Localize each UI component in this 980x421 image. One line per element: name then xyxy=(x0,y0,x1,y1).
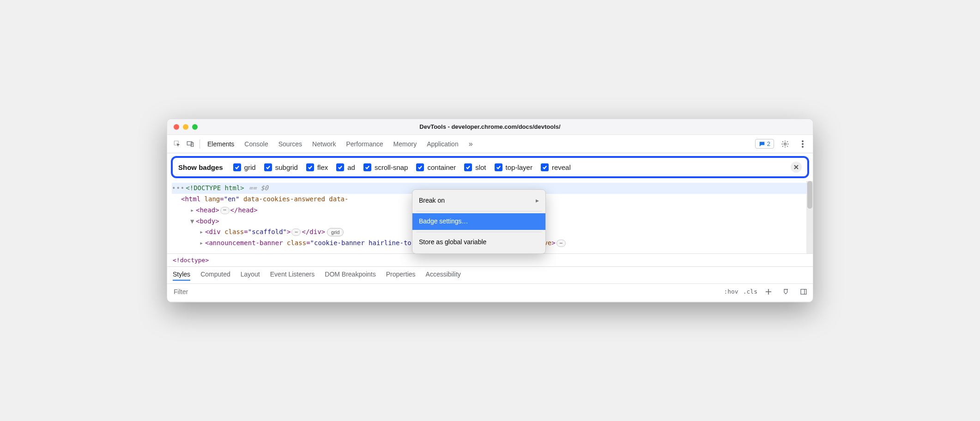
badge-settings-bar: Show badges grid subgrid flex ad scroll-… xyxy=(171,156,809,178)
scrollbar-track[interactable] xyxy=(806,181,813,253)
collapse-triangle-icon[interactable]: ▼ xyxy=(190,216,195,227)
tag-text: <announcement-banner xyxy=(205,239,287,247)
main-toolbar: Elements Console Sources Network Perform… xyxy=(167,135,813,153)
sub-tab-layout[interactable]: Layout xyxy=(241,271,260,281)
badge-checkbox-reveal[interactable]: reveal xyxy=(541,163,571,171)
badge-label-text: container xyxy=(427,163,456,171)
sub-tab-event-listeners[interactable]: Event Listeners xyxy=(270,271,315,281)
sub-tab-computed[interactable]: Computed xyxy=(200,271,230,281)
tab-network[interactable]: Network xyxy=(312,140,336,148)
checkbox-icon xyxy=(541,163,549,171)
minimize-window-button[interactable] xyxy=(183,124,188,130)
sub-tab-dom-breakpoints[interactable]: DOM Breakpoints xyxy=(325,271,375,281)
tag-text: <body> xyxy=(196,217,219,225)
badge-label-text: ad xyxy=(347,163,355,171)
computed-sidebar-icon[interactable] xyxy=(797,286,810,298)
context-menu-break-on[interactable]: Break on ▸ xyxy=(412,192,545,209)
equals: = xyxy=(306,239,310,247)
panel-tabs: Elements Console Sources Network Perform… xyxy=(207,140,755,148)
tag-close: > xyxy=(287,228,290,235)
checkbox-icon xyxy=(264,163,272,171)
context-menu-store-global[interactable]: Store as global variable xyxy=(412,234,545,251)
titlebar: DevTools - developer.chrome.com/docs/dev… xyxy=(167,119,813,135)
expand-triangle-icon[interactable]: ▸ xyxy=(200,227,204,238)
badge-checkbox-scroll-snap[interactable]: scroll-snap xyxy=(363,163,408,171)
sub-tab-properties[interactable]: Properties xyxy=(386,271,416,281)
color-format-icon[interactable] xyxy=(780,286,792,298)
attr-extra: data-cookies-answered data- xyxy=(239,195,348,203)
messages-button[interactable]: 2 xyxy=(755,139,774,149)
badge-checkbox-ad[interactable]: ad xyxy=(336,163,355,171)
ellipsis-icon[interactable]: ⋯ xyxy=(557,240,566,247)
inspect-element-icon[interactable] xyxy=(171,138,184,150)
badge-label-text: top-layer xyxy=(506,163,532,171)
collapsed-dots-icon: ••• xyxy=(172,183,185,194)
badge-checkbox-grid[interactable]: grid xyxy=(233,163,256,171)
badge-checkbox-flex[interactable]: flex xyxy=(306,163,328,171)
doctype-text: <!DOCTYPE html> xyxy=(186,183,244,194)
tab-sources[interactable]: Sources xyxy=(278,140,302,148)
checkbox-icon xyxy=(495,163,502,171)
attr-name: class xyxy=(287,239,306,247)
scrollbar-thumb[interactable] xyxy=(807,181,812,209)
tab-application[interactable]: Application xyxy=(427,140,459,148)
sub-tab-accessibility[interactable]: Accessibility xyxy=(426,271,461,281)
close-badge-bar-button[interactable] xyxy=(791,162,802,173)
badge-checkbox-slot[interactable]: slot xyxy=(464,163,486,171)
styles-filter-input[interactable] xyxy=(172,286,720,298)
hov-button[interactable]: :hov xyxy=(724,288,738,295)
svg-point-5 xyxy=(802,143,804,145)
context-menu-badge-settings[interactable]: Badge settings… xyxy=(412,213,545,230)
ellipsis-icon[interactable]: ⋯ xyxy=(291,229,301,236)
badge-label-text: subgrid xyxy=(275,163,298,171)
badge-checkbox-container[interactable]: container xyxy=(416,163,456,171)
window-title: DevTools - developer.chrome.com/docs/dev… xyxy=(167,123,813,130)
checkbox-icon xyxy=(464,163,472,171)
ellipsis-icon[interactable]: ⋯ xyxy=(220,207,230,214)
traffic-lights xyxy=(167,124,198,130)
tab-performance[interactable]: Performance xyxy=(346,140,383,148)
attr-value: "cookie-banner hairline-top" xyxy=(310,239,419,247)
tab-elements[interactable]: Elements xyxy=(207,140,234,148)
tab-memory[interactable]: Memory xyxy=(393,140,417,148)
devtools-window: DevTools - developer.chrome.com/docs/dev… xyxy=(167,119,813,302)
svg-rect-7 xyxy=(801,289,806,295)
menu-separator xyxy=(416,211,542,211)
attr-value: "scaffold" xyxy=(248,228,287,235)
tag-text: <head> xyxy=(196,206,219,214)
tabs-overflow-icon[interactable]: » xyxy=(469,140,473,148)
new-style-rule-icon[interactable] xyxy=(762,286,775,298)
grid-badge[interactable]: grid xyxy=(327,228,344,236)
device-toolbar-icon[interactable] xyxy=(184,138,197,150)
svg-point-6 xyxy=(802,146,804,148)
context-menu: Break on ▸ Badge settings… Store as glob… xyxy=(412,189,546,253)
svg-point-3 xyxy=(784,143,786,145)
menu-item-label: Badge settings… xyxy=(419,216,468,227)
settings-icon[interactable] xyxy=(779,138,792,150)
checkbox-icon xyxy=(363,163,371,171)
chevron-right-icon: ▸ xyxy=(536,195,539,206)
equals: = xyxy=(220,195,224,203)
close-window-button[interactable] xyxy=(174,124,179,130)
dom-breadcrumb[interactable]: <!doctype> xyxy=(167,253,813,266)
styles-toolbar: :hov .cls xyxy=(724,286,810,298)
more-options-icon[interactable] xyxy=(796,138,809,150)
badge-checkbox-top-layer[interactable]: top-layer xyxy=(495,163,532,171)
styles-filter-row: :hov .cls xyxy=(167,284,813,302)
close-icon xyxy=(793,164,799,170)
breadcrumb-item[interactable]: <!doctype> xyxy=(173,257,209,264)
tag-text: </head> xyxy=(230,206,258,214)
sub-tab-styles[interactable]: Styles xyxy=(173,271,190,281)
tab-console[interactable]: Console xyxy=(244,140,268,148)
message-icon xyxy=(759,141,765,147)
cls-button[interactable]: .cls xyxy=(743,288,757,295)
menu-separator xyxy=(416,232,542,232)
badge-checkbox-subgrid[interactable]: subgrid xyxy=(264,163,298,171)
messages-count: 2 xyxy=(767,140,770,147)
svg-rect-1 xyxy=(187,141,192,145)
maximize-window-button[interactable] xyxy=(192,124,198,130)
expand-triangle-icon[interactable]: ▸ xyxy=(190,205,195,216)
selected-node-indicator: == $0 xyxy=(249,183,268,194)
expand-triangle-icon[interactable]: ▸ xyxy=(200,238,204,249)
dom-tree[interactable]: ••• <!DOCTYPE html> == $0 <html lang="en… xyxy=(167,181,813,253)
